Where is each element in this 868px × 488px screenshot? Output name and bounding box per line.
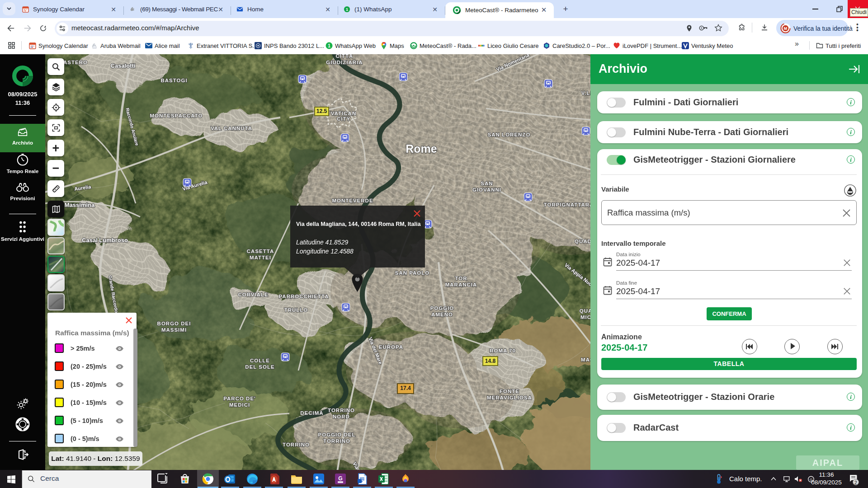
svg-text:M: M [784, 26, 787, 31]
svg-text:1: 1 [328, 43, 330, 48]
svg-text:1: 1 [346, 7, 348, 12]
svg-text:G: G [338, 475, 342, 482]
